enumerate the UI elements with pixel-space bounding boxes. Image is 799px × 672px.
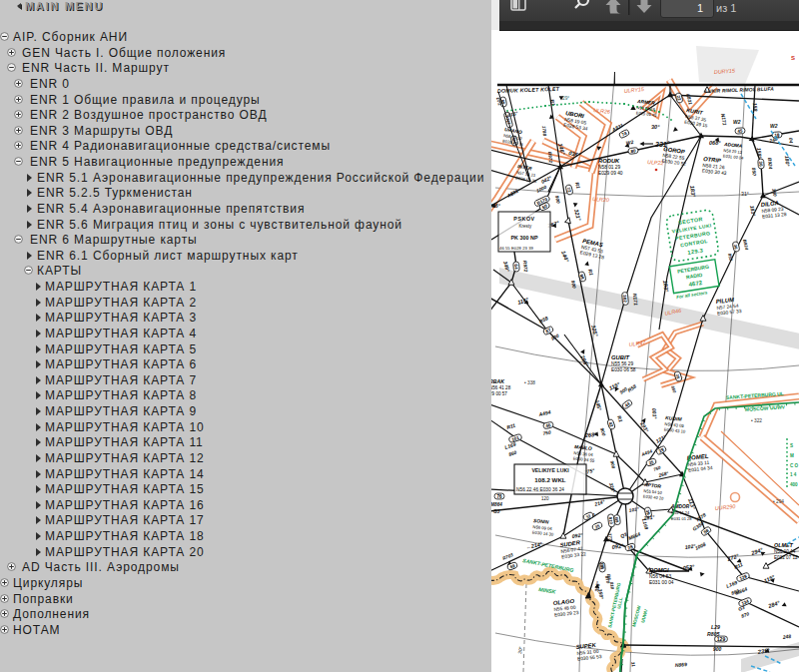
svg-text:181°: 181°: [749, 205, 757, 218]
svg-text:29°: 29°: [562, 96, 569, 101]
svg-text:30°: 30°: [517, 646, 523, 654]
svg-text:M864: M864: [491, 502, 502, 507]
svg-text:248: 248: [781, 633, 791, 640]
svg-text:31°: 31°: [741, 191, 749, 197]
svg-text:115°: 115°: [763, 573, 776, 583]
svg-text:101°: 101°: [628, 506, 639, 513]
svg-text:850: 850: [751, 168, 757, 177]
svg-text:295°: 295°: [579, 353, 590, 368]
svg-text:S: S: [790, 443, 793, 448]
svg-text:W2: W2: [625, 139, 633, 146]
svg-text:UUR290: UUR290: [714, 503, 735, 511]
svg-text:RBAK: RBAK: [491, 378, 505, 384]
svg-text:850: 850: [727, 253, 734, 262]
svg-text:N56 04 53: N56 04 53: [649, 574, 671, 579]
svg-text:281°: 281°: [642, 513, 655, 521]
svg-text:• 322: • 322: [751, 418, 762, 423]
svg-text:C O: C O: [790, 463, 799, 468]
svg-text:360: 360: [771, 188, 777, 197]
svg-text:E029 09 40: E029 09 40: [598, 171, 623, 176]
svg-text:N171: N171: [720, 113, 728, 126]
svg-text:L29: L29: [711, 624, 720, 630]
svg-text:M: M: [790, 453, 794, 458]
svg-text:GUBIT: GUBIT: [611, 354, 629, 360]
svg-text:04: 04: [788, 138, 793, 144]
svg-text:293°: 293°: [639, 420, 651, 434]
svg-text:31: 31: [630, 661, 636, 667]
svg-text:358°: 358°: [597, 588, 605, 600]
svg-text:900: 900: [554, 195, 560, 204]
svg-text:N869: N869: [675, 661, 688, 668]
svg-text:068°: 068°: [709, 140, 721, 146]
svg-text:LUKIR RIMOL RIMOL BLUFA: LUKIR RIMOL RIMOL BLUFA: [705, 87, 774, 94]
svg-text:R11: R11: [505, 421, 515, 429]
svg-text:UUWV: UUWV: [640, 608, 649, 624]
svg-text:186°: 186°: [491, 203, 501, 209]
svg-text:850: 850: [670, 385, 677, 394]
svg-text:108.2 WKL: 108.2 WKL: [534, 476, 566, 483]
svg-text:64: 64: [513, 264, 518, 270]
svg-text:R58: R58: [626, 383, 637, 393]
svg-text:B972: B972: [547, 152, 553, 164]
svg-text:• 294: • 294: [773, 499, 784, 504]
svg-text:R1: R1: [587, 269, 595, 277]
svg-text:• 338: • 338: [524, 380, 535, 385]
svg-text:ULLL: ULLL: [616, 596, 623, 609]
svg-text:158°: 158°: [756, 148, 763, 160]
svg-text:860: 860: [508, 450, 517, 457]
svg-text:900: 900: [609, 460, 616, 469]
svg-text:1 4: 1 4: [790, 472, 797, 477]
svg-text:AMDOR: AMDOR: [670, 504, 690, 509]
svg-text:001°: 001°: [651, 408, 658, 420]
svg-text:46 55 E028 23 39: 46 55 E028 23 39: [499, 246, 534, 251]
svg-text:183°: 183°: [662, 280, 670, 293]
svg-text:E031 00 04: E031 00 04: [649, 580, 674, 585]
svg-text:R1: R1: [616, 414, 624, 422]
svg-text:092°: 092°: [571, 531, 583, 539]
svg-text:015°: 015°: [507, 111, 518, 118]
svg-text:R1: R1: [574, 182, 582, 190]
svg-text:B924: B924: [767, 158, 773, 170]
svg-text:870: 870: [741, 611, 751, 619]
svg-text:DOMUK KOLET KOLET: DOMUK KOLET KOLET: [497, 86, 560, 94]
svg-text:S: S: [791, 55, 795, 61]
svg-text:129.3: 129.3: [687, 247, 704, 255]
svg-text:R11: R11: [733, 561, 744, 570]
svg-text:ULR47: ULR47: [628, 339, 646, 347]
svg-text:G3: G3: [738, 605, 746, 612]
svg-text:M864: M864: [734, 586, 748, 596]
svg-text:180°: 180°: [784, 156, 791, 168]
svg-text:4672: 4672: [688, 280, 703, 288]
svg-text:302: 302: [622, 295, 628, 304]
svg-text:VELIKIYE LUKI: VELIKIYE LUKI: [531, 467, 569, 473]
svg-text:N58 01 29: N58 01 29: [598, 165, 620, 170]
svg-text:284°: 284°: [767, 599, 782, 609]
svg-text:ULRY15: ULRY15: [623, 86, 645, 94]
svg-text:36: 36: [758, 161, 763, 167]
svg-text:810: 810: [608, 517, 614, 525]
svg-text:321°: 321°: [573, 209, 582, 222]
svg-text:76: 76: [496, 494, 502, 499]
svg-text:E031 00 04: E031 00 04: [723, 154, 745, 161]
svg-text:042°: 042°: [540, 175, 553, 185]
svg-text:144°: 144°: [560, 250, 570, 264]
svg-text:OLMET: OLMET: [774, 542, 794, 548]
svg-text:400: 400: [790, 482, 798, 487]
svg-text:E032 07 12: E032 07 12: [774, 555, 798, 560]
svg-text:RADIO: RADIO: [686, 272, 703, 280]
svg-text:E030 14 30: E030 14 30: [532, 530, 554, 537]
svg-text:E030 06 58: E030 06 58: [611, 367, 636, 372]
svg-text:R972: R972: [522, 261, 528, 273]
svg-text:29 00 57: 29 00 57: [491, 391, 507, 396]
svg-text:120: 120: [541, 496, 549, 501]
svg-text:45: 45: [737, 129, 743, 134]
svg-text:BOMGI: BOMGI: [649, 567, 669, 573]
svg-text:PSKOV: PSKOV: [513, 216, 534, 222]
svg-text:750: 750: [542, 429, 551, 436]
svg-text:MINSK: MINSK: [538, 586, 557, 595]
svg-text:900: 900: [713, 646, 722, 652]
svg-text:E030 40 20: E030 40 20: [643, 494, 665, 501]
svg-text:R805: R805: [707, 631, 720, 637]
svg-text:MOSCOW: MOSCOW: [631, 604, 642, 627]
svg-text:L169: L169: [503, 441, 516, 450]
